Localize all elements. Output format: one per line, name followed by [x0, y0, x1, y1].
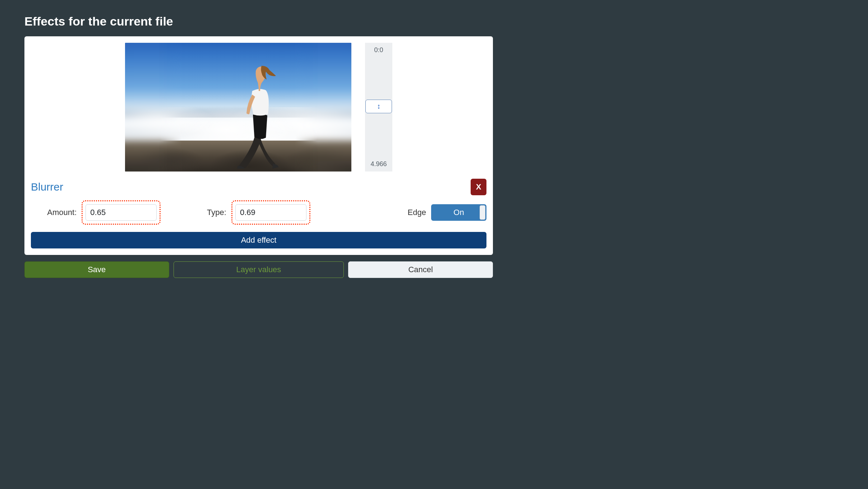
drag-vertical-icon: ↕ — [377, 102, 380, 110]
effect-params: Amount: Type: Edge On — [31, 200, 486, 225]
person-figure-icon — [227, 61, 281, 169]
amount-highlight — [82, 200, 161, 225]
effect-header: Blurrer X — [31, 179, 486, 195]
layer-values-button[interactable]: Layer values — [174, 261, 344, 278]
param-type: Type: — [186, 200, 332, 225]
time-slider-thumb[interactable]: ↕ — [365, 100, 392, 113]
time-slider-max-label: 4.966 — [370, 160, 387, 168]
toggle-knob — [480, 205, 485, 220]
footer-actions: Save Layer values Cancel — [24, 261, 493, 278]
time-slider-min-label: 0:0 — [374, 46, 383, 54]
effect-name-link[interactable]: Blurrer — [31, 181, 63, 193]
time-slider-track[interactable]: 0:0 ↕ 4.966 — [365, 43, 392, 172]
type-highlight — [231, 200, 310, 225]
type-input[interactable] — [235, 204, 306, 221]
save-button[interactable]: Save — [24, 261, 169, 278]
preview-image — [125, 43, 351, 172]
type-label: Type: — [207, 208, 226, 217]
amount-input[interactable] — [86, 204, 157, 221]
edge-toggle[interactable]: On — [431, 204, 486, 221]
amount-label: Amount: — [47, 208, 77, 217]
param-amount: Amount: — [31, 200, 177, 225]
add-effect-button[interactable]: Add effect — [31, 232, 486, 248]
cancel-button[interactable]: Cancel — [348, 261, 493, 278]
remove-effect-button[interactable]: X — [471, 179, 486, 195]
page-title: Effects for the current file — [24, 14, 493, 28]
edge-toggle-state: On — [453, 208, 464, 217]
preview-row: 0:0 ↕ 4.966 — [31, 43, 486, 172]
param-edge: Edge On — [340, 204, 486, 221]
effects-card: 0:0 ↕ 4.966 Blurrer X Amount: Type: — [24, 36, 493, 255]
edge-label: Edge — [408, 208, 426, 217]
